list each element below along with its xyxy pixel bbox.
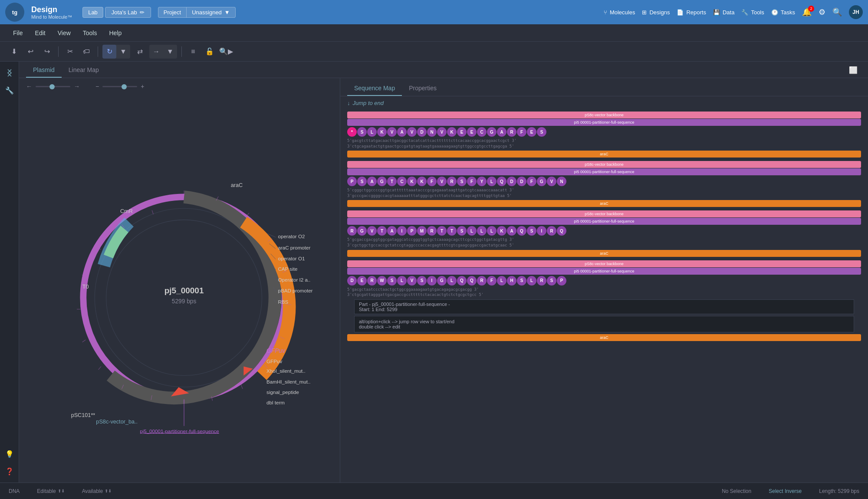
right-zoom-thumb[interactable]: [122, 84, 127, 89]
save-button[interactable]: ⬇: [7, 45, 21, 59]
aa-cell[interactable]: N: [427, 127, 437, 137]
available-dropdown-icon[interactable]: ⬆⬇: [105, 489, 112, 493]
tab-properties[interactable]: Properties: [402, 81, 444, 96]
aa-cell[interactable]: S: [357, 127, 367, 137]
aa-cell[interactable]: S: [457, 177, 467, 186]
sidebar-tool-icon[interactable]: 🔧: [2, 82, 17, 98]
aa-cell[interactable]: V: [547, 177, 556, 186]
zoom-right-arrow[interactable]: →: [74, 83, 80, 90]
nav-tasks[interactable]: 🕐 Tasks: [771, 9, 795, 16]
aa-cell[interactable]: S: [547, 276, 556, 286]
aa-cell[interactable]: T: [377, 226, 387, 236]
aa-cell[interactable]: L: [477, 226, 487, 236]
aa-cell[interactable]: V: [407, 127, 417, 137]
aa-cell[interactable]: T: [447, 226, 457, 236]
tag-button[interactable]: 🏷: [79, 45, 93, 59]
zoom-plus[interactable]: +: [141, 83, 144, 90]
lab-selector[interactable]: Jota's Lab ✏: [105, 7, 151, 18]
aa-cell[interactable]: N: [557, 177, 566, 186]
aa-cell[interactable]: P: [407, 226, 417, 236]
aa-cell[interactable]: T: [437, 226, 447, 236]
menu-file[interactable]: File: [7, 24, 29, 42]
aa-cell[interactable]: L: [447, 276, 457, 286]
aa-cell[interactable]: Q: [467, 276, 477, 286]
aa-cell[interactable]: A: [507, 226, 516, 236]
sidebar-dna-icon[interactable]: [2, 65, 17, 81]
aa-cell[interactable]: E: [457, 127, 467, 137]
menu-help[interactable]: Help: [103, 24, 128, 42]
aa-cell[interactable]: T: [387, 177, 397, 186]
tab-sequence-map[interactable]: Sequence Map: [347, 81, 402, 96]
track-pS8c-2[interactable]: pS8c-vector backbone: [347, 161, 861, 168]
aa-cell[interactable]: M: [417, 226, 427, 236]
aa-cell[interactable]: K: [447, 127, 457, 137]
aa-cell[interactable]: S: [417, 276, 427, 286]
arrow-dropdown[interactable]: ▼: [163, 45, 177, 59]
track-pi5-2[interactable]: pi5 00001-partitioner-full-sequence: [347, 168, 861, 175]
aa-cell[interactable]: L: [487, 177, 496, 186]
aa-cell[interactable]: G: [487, 127, 496, 137]
rotate-dropdown[interactable]: ▼: [116, 45, 130, 59]
search-button[interactable]: 🔍: [832, 7, 842, 17]
editable-dropdown-icon[interactable]: ⬆⬇: [58, 489, 65, 493]
plasmid-svg[interactable]: pj5_00001 5299 bps araC CmR T0 pS8c-vect…: [19, 95, 340, 483]
aa-cell[interactable]: S: [517, 276, 526, 286]
aa-cell[interactable]: Y: [477, 177, 487, 186]
right-zoom-track[interactable]: [102, 86, 137, 87]
nav-tools[interactable]: 🔧 Tools: [741, 9, 764, 16]
settings-button[interactable]: ⚙: [819, 7, 825, 17]
aa-cell[interactable]: A: [367, 177, 377, 186]
aa-cell[interactable]: Q: [497, 177, 506, 186]
left-zoom-track[interactable]: [36, 86, 70, 87]
nav-designs[interactable]: ⊞ Designs: [642, 9, 670, 16]
aa-cell[interactable]: E: [357, 276, 367, 286]
aa-cell[interactable]: D: [507, 177, 516, 186]
aa-cell[interactable]: S: [457, 226, 467, 236]
aa-cell[interactable]: S: [527, 226, 536, 236]
zoom-minus[interactable]: −: [95, 83, 99, 90]
track-pi5-1[interactable]: pi5 00001-partitioner-full-sequence: [347, 119, 861, 126]
aa-cell[interactable]: S: [357, 177, 367, 186]
select-inverse-status[interactable]: Select Inverse: [769, 488, 802, 494]
tab-plasmid[interactable]: Plasmid: [26, 63, 62, 78]
aa-cell[interactable]: F: [517, 127, 526, 137]
left-zoom-thumb[interactable]: [49, 84, 55, 89]
menu-tools[interactable]: Tools: [77, 24, 103, 42]
aa-cell[interactable]: F: [427, 177, 437, 186]
menu-view[interactable]: View: [52, 24, 77, 42]
aa-cell[interactable]: L: [487, 226, 496, 236]
aa-cell[interactable]: R: [507, 127, 516, 137]
aa-cell[interactable]: V: [367, 226, 377, 236]
jump-to-end[interactable]: ↓ block1 Jump to end: [340, 96, 868, 110]
track-araC-3[interactable]: araC: [347, 250, 861, 257]
nav-reports[interactable]: 📄 Reports: [677, 9, 706, 16]
track-araC-2[interactable]: araC: [347, 200, 861, 207]
aa-cell[interactable]: W: [377, 276, 387, 286]
rotate-button[interactable]: ↻: [102, 45, 116, 59]
track-araC-4[interactable]: araC: [347, 334, 861, 341]
avatar-button[interactable]: JH: [849, 5, 863, 19]
app-logo[interactable]: tg: [5, 3, 24, 22]
aa-cell[interactable]: L: [367, 127, 377, 137]
aa-cell[interactable]: K: [497, 226, 506, 236]
aa-cell[interactable]: A: [397, 127, 407, 137]
aa-cell[interactable]: L: [467, 226, 477, 236]
aa-cell[interactable]: I: [537, 226, 546, 236]
track-pS8c-3[interactable]: pS8c-vector backbone: [347, 210, 861, 217]
lock-button[interactable]: 🔓: [203, 45, 217, 59]
aa-cell[interactable]: F: [487, 276, 496, 286]
arrow-button[interactable]: →: [149, 45, 163, 59]
aa-cell[interactable]: V: [407, 276, 417, 286]
lab-tab-button[interactable]: Lab: [82, 7, 103, 18]
aa-cell[interactable]: C: [397, 177, 407, 186]
aa-cell[interactable]: K: [417, 177, 427, 186]
sidebar-bulb-icon[interactable]: 💡: [2, 446, 17, 462]
aa-cell[interactable]: D: [417, 127, 427, 137]
aa-cell[interactable]: V: [437, 177, 447, 186]
aa-cell[interactable]: *: [347, 127, 357, 137]
aa-cell[interactable]: Q: [457, 276, 467, 286]
aa-cell[interactable]: D: [347, 276, 357, 286]
nav-data[interactable]: 💾 Data: [713, 9, 734, 16]
aa-cell[interactable]: L: [397, 276, 407, 286]
track-pi5-4[interactable]: pi5 00001-partitioner-full-sequence: [347, 268, 861, 275]
